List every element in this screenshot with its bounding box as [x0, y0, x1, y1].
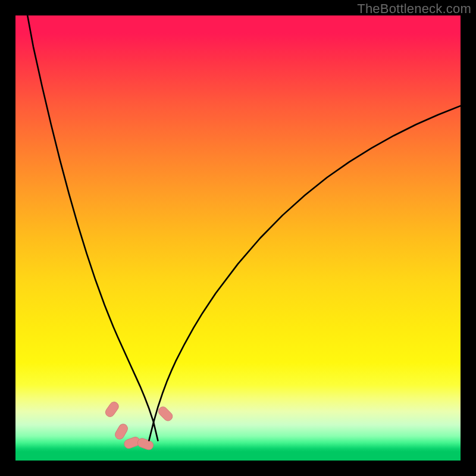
plot-area	[15, 15, 461, 461]
watermark-text: TheBottleneck.com	[357, 1, 471, 17]
chart-svg	[15, 15, 461, 461]
markers-group	[104, 400, 174, 451]
curve-right-branch	[149, 106, 461, 440]
chart-frame: TheBottleneck.com	[0, 0, 476, 476]
curve-left-branch	[27, 15, 158, 440]
curves-group	[27, 15, 461, 440]
marker-4	[156, 405, 174, 423]
marker-0	[104, 400, 120, 419]
marker-1	[114, 422, 129, 441]
marker-3	[136, 437, 154, 451]
